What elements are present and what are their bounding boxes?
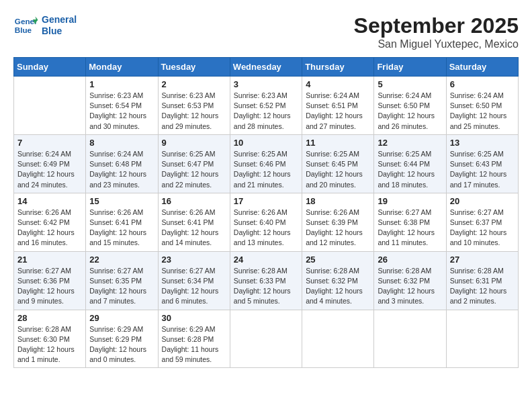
week-row-2: 7Sunrise: 6:24 AM Sunset: 6:49 PM Daylig… [14,134,519,193]
calendar-table: SundayMondayTuesdayWednesdayThursdayFrid… [13,57,519,368]
day-info: Sunrise: 6:24 AM Sunset: 6:50 PM Dayligh… [450,91,515,132]
day-info: Sunrise: 6:28 AM Sunset: 6:33 PM Dayligh… [234,266,298,307]
day-number: 6 [450,79,515,89]
day-number: 28 [17,313,82,323]
calendar-cell: 30Sunrise: 6:29 AM Sunset: 6:28 PM Dayli… [158,310,230,368]
day-number: 5 [378,79,442,89]
logo: General Blue General Blue [13,13,77,38]
day-info: Sunrise: 6:25 AM Sunset: 6:43 PM Dayligh… [450,149,515,190]
day-info: Sunrise: 6:25 AM Sunset: 6:47 PM Dayligh… [162,149,226,190]
calendar-cell: 17Sunrise: 6:26 AM Sunset: 6:40 PM Dayli… [230,193,302,251]
week-row-4: 21Sunrise: 6:27 AM Sunset: 6:36 PM Dayli… [14,251,519,310]
day-number: 16 [162,196,226,206]
header-cell-monday: Monday [86,58,158,77]
calendar-cell: 18Sunrise: 6:26 AM Sunset: 6:39 PM Dayli… [302,193,374,251]
day-number: 20 [450,196,515,206]
day-info: Sunrise: 6:24 AM Sunset: 6:50 PM Dayligh… [378,91,442,132]
day-info: Sunrise: 6:28 AM Sunset: 6:31 PM Dayligh… [450,266,515,307]
calendar-cell: 21Sunrise: 6:27 AM Sunset: 6:36 PM Dayli… [14,251,86,310]
header: General Blue General Blue September 2025… [13,13,519,50]
day-number: 25 [306,255,370,265]
day-info: Sunrise: 6:28 AM Sunset: 6:30 PM Dayligh… [17,324,82,365]
day-info: Sunrise: 6:26 AM Sunset: 6:41 PM Dayligh… [89,208,154,248]
calendar-cell: 23Sunrise: 6:27 AM Sunset: 6:34 PM Dayli… [158,251,230,310]
day-number: 9 [162,138,226,148]
day-info: Sunrise: 6:24 AM Sunset: 6:51 PM Dayligh… [306,91,370,132]
day-number: 3 [234,79,298,89]
calendar-cell: 1Sunrise: 6:23 AM Sunset: 6:54 PM Daylig… [86,77,158,135]
calendar-cell: 19Sunrise: 6:27 AM Sunset: 6:38 PM Dayli… [374,193,446,251]
day-number: 22 [89,255,154,265]
day-number: 2 [162,79,226,89]
calendar-cell: 2Sunrise: 6:23 AM Sunset: 6:53 PM Daylig… [158,77,230,135]
day-number: 10 [234,138,298,148]
day-info: Sunrise: 6:27 AM Sunset: 6:37 PM Dayligh… [450,208,515,248]
day-number: 7 [17,138,82,148]
calendar-cell: 15Sunrise: 6:26 AM Sunset: 6:41 PM Dayli… [86,193,158,251]
calendar-cell: 27Sunrise: 6:28 AM Sunset: 6:31 PM Dayli… [446,251,518,310]
day-number: 13 [450,138,515,148]
calendar-cell: 24Sunrise: 6:28 AM Sunset: 6:33 PM Dayli… [230,251,302,310]
day-number: 11 [306,138,370,148]
svg-text:Blue: Blue [15,26,32,34]
logo-line2: Blue [42,26,62,36]
calendar-cell: 11Sunrise: 6:25 AM Sunset: 6:45 PM Dayli… [302,134,374,193]
calendar-cell [446,310,518,368]
day-number: 15 [89,196,154,206]
calendar-cell: 16Sunrise: 6:26 AM Sunset: 6:41 PM Dayli… [158,193,230,251]
calendar-cell: 12Sunrise: 6:25 AM Sunset: 6:44 PM Dayli… [374,134,446,193]
week-row-3: 14Sunrise: 6:26 AM Sunset: 6:42 PM Dayli… [14,193,519,251]
header-cell-tuesday: Tuesday [158,58,230,77]
week-row-1: 1Sunrise: 6:23 AM Sunset: 6:54 PM Daylig… [14,77,519,135]
header-cell-friday: Friday [374,58,446,77]
calendar-cell: 6Sunrise: 6:24 AM Sunset: 6:50 PM Daylig… [446,77,518,135]
header-cell-sunday: Sunday [14,58,86,77]
logo-icon: General Blue [13,13,38,38]
day-info: Sunrise: 6:23 AM Sunset: 6:52 PM Dayligh… [234,91,298,132]
day-info: Sunrise: 6:29 AM Sunset: 6:28 PM Dayligh… [162,324,226,365]
day-number: 29 [89,313,154,323]
calendar-body: 1Sunrise: 6:23 AM Sunset: 6:54 PM Daylig… [14,77,519,368]
calendar-cell: 8Sunrise: 6:24 AM Sunset: 6:48 PM Daylig… [86,134,158,193]
day-number: 12 [378,138,442,148]
day-info: Sunrise: 6:27 AM Sunset: 6:36 PM Dayligh… [17,266,82,307]
day-number: 17 [234,196,298,206]
day-info: Sunrise: 6:25 AM Sunset: 6:46 PM Dayligh… [234,149,298,190]
day-info: Sunrise: 6:24 AM Sunset: 6:49 PM Dayligh… [17,149,82,190]
day-number: 23 [162,255,226,265]
day-info: Sunrise: 6:25 AM Sunset: 6:45 PM Dayligh… [306,149,370,190]
day-info: Sunrise: 6:28 AM Sunset: 6:32 PM Dayligh… [306,266,370,307]
header-cell-saturday: Saturday [446,58,518,77]
day-info: Sunrise: 6:24 AM Sunset: 6:48 PM Dayligh… [89,149,154,190]
calendar-cell: 26Sunrise: 6:28 AM Sunset: 6:32 PM Dayli… [374,251,446,310]
calendar-cell: 25Sunrise: 6:28 AM Sunset: 6:32 PM Dayli… [302,251,374,310]
day-info: Sunrise: 6:28 AM Sunset: 6:32 PM Dayligh… [378,266,442,307]
calendar-cell [14,77,86,135]
day-info: Sunrise: 6:26 AM Sunset: 6:39 PM Dayligh… [306,208,370,248]
day-info: Sunrise: 6:26 AM Sunset: 6:40 PM Dayligh… [234,208,298,248]
day-number: 8 [89,138,154,148]
calendar-cell: 20Sunrise: 6:27 AM Sunset: 6:37 PM Dayli… [446,193,518,251]
month-title: September 2025 [354,13,519,38]
logo-line1: General [42,14,77,25]
day-info: Sunrise: 6:27 AM Sunset: 6:35 PM Dayligh… [89,266,154,307]
header-cell-thursday: Thursday [302,58,374,77]
day-number: 21 [17,255,82,265]
day-info: Sunrise: 6:26 AM Sunset: 6:41 PM Dayligh… [162,208,226,248]
calendar-cell: 9Sunrise: 6:25 AM Sunset: 6:47 PM Daylig… [158,134,230,193]
week-row-5: 28Sunrise: 6:28 AM Sunset: 6:30 PM Dayli… [14,310,519,368]
calendar-cell: 7Sunrise: 6:24 AM Sunset: 6:49 PM Daylig… [14,134,86,193]
calendar-cell: 22Sunrise: 6:27 AM Sunset: 6:35 PM Dayli… [86,251,158,310]
header-row: SundayMondayTuesdayWednesdayThursdayFrid… [14,58,519,77]
day-number: 14 [17,196,82,206]
header-cell-wednesday: Wednesday [230,58,302,77]
day-number: 1 [89,79,154,89]
day-number: 30 [162,313,226,323]
calendar-cell: 14Sunrise: 6:26 AM Sunset: 6:42 PM Dayli… [14,193,86,251]
title-area: September 2025 San Miguel Yuxtepec, Mexi… [354,13,519,50]
day-number: 19 [378,196,442,206]
calendar-cell: 4Sunrise: 6:24 AM Sunset: 6:51 PM Daylig… [302,77,374,135]
day-info: Sunrise: 6:29 AM Sunset: 6:29 PM Dayligh… [89,324,154,365]
day-info: Sunrise: 6:25 AM Sunset: 6:44 PM Dayligh… [378,149,442,190]
calendar-cell: 5Sunrise: 6:24 AM Sunset: 6:50 PM Daylig… [374,77,446,135]
